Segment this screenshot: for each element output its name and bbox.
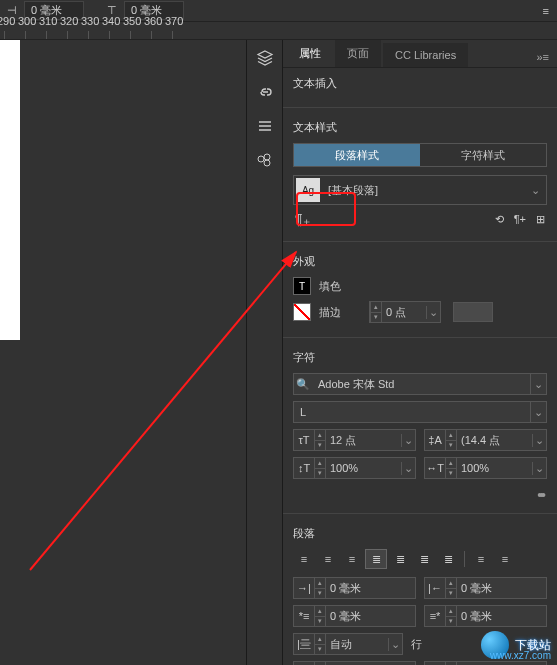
paragraph-style-tab[interactable]: 段落样式 bbox=[294, 144, 420, 166]
watermark: 下载站 www.xz7.com bbox=[481, 631, 551, 659]
chevron-down-icon[interactable]: ⌄ bbox=[401, 434, 415, 447]
font-weight-select[interactable]: L ⌄ bbox=[293, 401, 547, 423]
svg-point-1 bbox=[258, 156, 264, 162]
stroke-type-select[interactable] bbox=[453, 302, 493, 322]
tab-cc-libraries[interactable]: CC Libraries bbox=[383, 43, 468, 67]
current-style-select[interactable]: Ag [基本段落] ⌄ bbox=[293, 175, 547, 205]
hscale-value[interactable]: 100% bbox=[457, 462, 532, 474]
character-title: 字符 bbox=[293, 350, 547, 365]
right-indent-input[interactable]: |← ▴▾ 0 毫米 bbox=[424, 577, 547, 599]
canvas-area[interactable] bbox=[0, 40, 247, 665]
align-away-spine-icon[interactable]: ≡ bbox=[494, 549, 516, 569]
document-page[interactable] bbox=[0, 40, 20, 340]
vscale-value[interactable]: 100% bbox=[326, 462, 401, 474]
align-right-icon[interactable]: ≡ bbox=[341, 549, 363, 569]
links-icon[interactable] bbox=[255, 82, 275, 102]
dock-strip bbox=[247, 40, 283, 665]
last-line-indent-icon: ≡* bbox=[425, 610, 445, 622]
font-family-select[interactable]: 🔍 Adobe 宋体 Std ⌄ bbox=[293, 373, 547, 395]
stroke-label: 描边 bbox=[319, 305, 341, 320]
chevron-down-icon[interactable]: ⌄ bbox=[426, 306, 440, 319]
text-insert-title: 文本插入 bbox=[293, 76, 547, 91]
watermark-url: www.xz7.com bbox=[490, 650, 551, 661]
menu-icon[interactable] bbox=[255, 116, 275, 136]
search-icon[interactable]: 🔍 bbox=[294, 378, 312, 391]
new-style-icon[interactable]: ⊞ bbox=[536, 213, 545, 226]
left-indent-value[interactable]: 0 毫米 bbox=[326, 581, 415, 596]
left-indent-input[interactable]: →| ▴▾ 0 毫米 bbox=[293, 577, 416, 599]
first-line-indent-value[interactable]: 0 毫米 bbox=[326, 609, 415, 624]
alignment-row: ≡ ≡ ≡ ≣ ≣ ≣ ≣ ≡ ≡ bbox=[293, 549, 547, 569]
pilcrow-plus-icon[interactable]: ¶+ bbox=[514, 213, 526, 225]
hscale-input[interactable]: ↔T ▴▾ 100% ⌄ bbox=[424, 457, 547, 479]
more-options-button[interactable]: ••• bbox=[293, 485, 547, 505]
space-before-input[interactable]: *≣ ▴▾ 0 毫米 bbox=[293, 661, 416, 665]
character-section: 字符 🔍 Adobe 宋体 Std ⌄ L ⌄ τT ▴▾ 12 点 ⌄ ‡A bbox=[283, 342, 557, 509]
leading-icon: ‡A bbox=[425, 434, 445, 446]
paragraph-title: 段落 bbox=[293, 526, 547, 541]
last-line-indent-value[interactable]: 0 毫米 bbox=[457, 609, 546, 624]
horizontal-ruler: 290 300 310 320 330 340 350 360 370 bbox=[0, 22, 557, 40]
justify-all-icon[interactable]: ≣ bbox=[437, 549, 459, 569]
toolbar-menu-icon[interactable]: ≡ bbox=[539, 5, 553, 17]
appearance-title: 外观 bbox=[293, 254, 547, 269]
text-style-title: 文本样式 bbox=[293, 120, 547, 135]
style-type-segment: 段落样式 字符样式 bbox=[293, 143, 547, 167]
drop-cap-icon: |亖 bbox=[294, 637, 314, 652]
left-indent-icon: →| bbox=[294, 582, 314, 594]
right-indent-value[interactable]: 0 毫米 bbox=[457, 581, 546, 596]
fill-label: 填色 bbox=[319, 279, 341, 294]
font-weight-value[interactable]: L bbox=[294, 406, 530, 418]
stroke-swatch[interactable] bbox=[293, 303, 311, 321]
chevron-down-icon[interactable]: ⌄ bbox=[532, 462, 546, 475]
chevron-down-icon[interactable]: ⌄ bbox=[530, 374, 546, 394]
stroke-weight-value[interactable]: 0 点 bbox=[382, 305, 426, 320]
justify-left-icon[interactable]: ≣ bbox=[365, 549, 387, 569]
space-after-input[interactable]: ≣* ▴▾ 0 毫米 bbox=[424, 661, 547, 665]
align-toward-spine-icon[interactable]: ≡ bbox=[470, 549, 492, 569]
align-center-icon[interactable]: ≡ bbox=[317, 549, 339, 569]
svg-point-3 bbox=[264, 160, 270, 166]
panel-menu-icon[interactable]: »≡ bbox=[528, 47, 557, 67]
increment-icon[interactable]: ▴ bbox=[371, 302, 381, 313]
vscale-input[interactable]: ↕T ▴▾ 100% ⌄ bbox=[293, 457, 416, 479]
justify-right-icon[interactable]: ≣ bbox=[413, 549, 435, 569]
chevron-down-icon[interactable]: ⌄ bbox=[526, 184, 544, 197]
layers-icon[interactable] bbox=[255, 48, 275, 68]
fill-swatch[interactable] bbox=[293, 277, 311, 295]
chevron-down-icon[interactable]: ⌄ bbox=[388, 638, 402, 651]
chevron-down-icon[interactable]: ⌄ bbox=[530, 402, 546, 422]
align-left-icon[interactable]: ≡ bbox=[293, 549, 315, 569]
style-actions-row: ¶₊ ⟲ ¶+ ⊞ bbox=[293, 205, 547, 233]
swatches-icon[interactable] bbox=[255, 150, 275, 170]
svg-point-2 bbox=[264, 154, 270, 160]
first-line-indent-input[interactable]: *≡ ▴▾ 0 毫米 bbox=[293, 605, 416, 627]
character-style-tab[interactable]: 字符样式 bbox=[420, 144, 546, 166]
chevron-down-icon[interactable]: ⌄ bbox=[401, 462, 415, 475]
chevron-down-icon[interactable]: ⌄ bbox=[532, 434, 546, 447]
font-family-value[interactable]: Adobe 宋体 Std bbox=[312, 377, 530, 392]
vscale-icon: ↕T bbox=[294, 462, 314, 474]
style-preview-icon: Ag bbox=[296, 178, 320, 202]
appearance-section: 外观 填色 描边 ▴▾ 0 点 ⌄ bbox=[283, 246, 557, 333]
clear-override-icon[interactable]: ⟲ bbox=[495, 213, 504, 226]
font-size-input[interactable]: τT ▴▾ 12 点 ⌄ bbox=[293, 429, 416, 451]
leading-value[interactable]: (14.4 点 bbox=[457, 433, 532, 448]
right-indent-icon: |← bbox=[425, 582, 445, 594]
leading-input[interactable]: ‡A ▴▾ (14.4 点 ⌄ bbox=[424, 429, 547, 451]
justify-center-icon[interactable]: ≣ bbox=[389, 549, 411, 569]
properties-panel: 属性 页面 CC Libraries »≡ 文本插入 文本样式 段落样式 字符样… bbox=[283, 40, 557, 665]
decrement-icon[interactable]: ▾ bbox=[371, 313, 381, 323]
font-size-value[interactable]: 12 点 bbox=[326, 433, 401, 448]
drop-cap-lines-value[interactable]: 自动 bbox=[326, 637, 388, 652]
first-line-indent-icon: *≡ bbox=[294, 610, 314, 622]
stroke-weight-input[interactable]: ▴▾ 0 点 ⌄ bbox=[369, 301, 441, 323]
tab-properties[interactable]: 属性 bbox=[287, 40, 333, 67]
last-line-indent-input[interactable]: ≡* ▴▾ 0 毫米 bbox=[424, 605, 547, 627]
panel-tabs: 属性 页面 CC Libraries »≡ bbox=[283, 40, 557, 68]
text-style-section: 文本样式 段落样式 字符样式 Ag [基本段落] ⌄ ¶₊ ⟲ ¶+ ⊞ bbox=[283, 112, 557, 237]
tab-pages[interactable]: 页面 bbox=[335, 40, 381, 67]
pilcrow-button[interactable]: ¶₊ bbox=[295, 211, 310, 227]
drop-cap-lines-input[interactable]: |亖 ▴▾ 自动 ⌄ bbox=[293, 633, 403, 655]
font-size-icon: τT bbox=[294, 434, 314, 446]
